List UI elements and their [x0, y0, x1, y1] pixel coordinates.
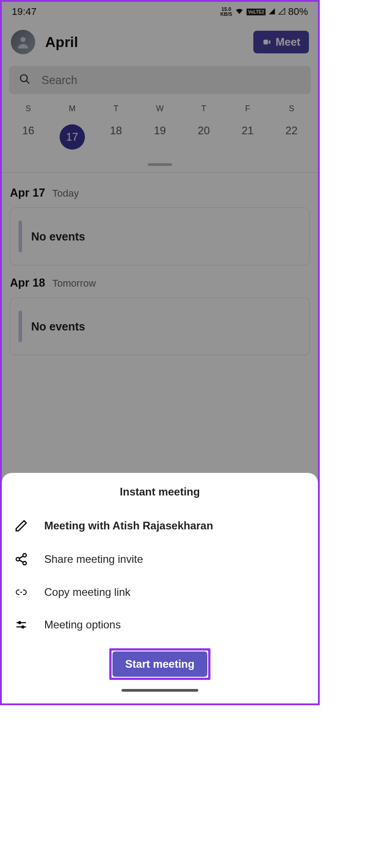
share-icon: [14, 552, 29, 566]
sheet-item-label: Share meeting invite: [44, 553, 143, 566]
svg-point-5: [16, 557, 20, 561]
sheet-item[interactable]: Meeting with Atish Rajasekharan: [2, 509, 318, 542]
edit-icon: [14, 519, 29, 533]
sheet-item-label: Copy meeting link: [44, 586, 131, 599]
sheet-item[interactable]: Meeting options: [2, 609, 318, 641]
sheet-item[interactable]: Share meeting invite: [2, 542, 318, 576]
svg-point-6: [23, 561, 27, 565]
instant-meeting-sheet: Instant meeting Meeting with Atish Rajas…: [2, 473, 318, 703]
svg-point-12: [22, 626, 24, 628]
svg-point-10: [19, 622, 21, 624]
sheet-item-label: Meeting options: [44, 618, 121, 631]
svg-line-7: [19, 556, 23, 558]
sheet-item-label: Meeting with Atish Rajasekharan: [44, 519, 213, 532]
link-icon: [14, 587, 29, 598]
options-icon: [14, 618, 29, 631]
svg-point-4: [23, 554, 27, 557]
start-button-highlight: Start meeting: [109, 648, 210, 680]
sheet-item[interactable]: Copy meeting link: [2, 576, 318, 609]
start-meeting-button[interactable]: Start meeting: [112, 651, 207, 677]
svg-line-8: [19, 560, 23, 562]
sheet-title: Instant meeting: [2, 486, 318, 498]
nav-handle[interactable]: [121, 689, 198, 692]
